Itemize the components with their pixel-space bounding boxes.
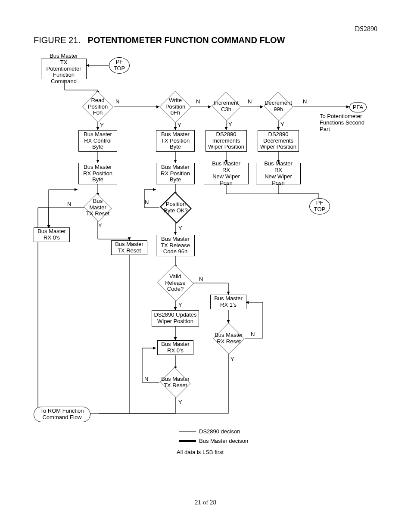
process-ds2890-updates-wiper: DS2890 UpdatesWiper Position	[152, 310, 199, 327]
process-tx-release-code: Bus MasterTX ReleaseCode 96h	[156, 235, 195, 256]
page-number: 21 of 28	[0, 499, 411, 506]
decision-tx-reset-a: Bus MasterTX Reset	[83, 194, 113, 221]
figure-caption: POTENTIOMETER FUNCTION COMMAND FLOW	[88, 35, 285, 45]
process-ds2890-decrements: DS2890DecrementsWiper Position	[258, 130, 299, 152]
label-n: N	[115, 98, 119, 105]
process-rx-control-byte: Bus MasterRX ControlByte	[78, 130, 117, 152]
terminal-pf-top-in: PFTOP	[109, 57, 130, 74]
label-n: N	[67, 201, 71, 207]
label-y: Y	[230, 356, 234, 362]
label-y: Y	[178, 302, 182, 308]
label-n: N	[144, 376, 148, 382]
label-n: N	[196, 98, 200, 105]
process-tx-reset-b: Bus MasterTX Reset	[111, 240, 147, 255]
process-ds2890-increments: DS2890IncrementsWiper Position	[206, 130, 247, 152]
terminal-pf-top-out: PFTOP	[309, 198, 330, 215]
label-n: N	[199, 276, 203, 282]
device-id: DS2890	[355, 25, 377, 33]
label-y: Y	[228, 121, 232, 128]
decision-decrement: Decrement99h	[263, 92, 293, 121]
label-n: N	[145, 199, 149, 205]
label-y: Y	[280, 121, 284, 128]
label-pfa-note: To PotentiometerFunctions Second Part	[320, 113, 371, 132]
decision-tx-reset-c: Bus MasterTX Reset	[159, 368, 191, 397]
label-n: N	[248, 98, 252, 105]
label-y: Y	[178, 399, 182, 405]
process-tx-position-byte: Bus MasterTX PositionByte	[156, 130, 195, 152]
legend-thick: Bus Master decison	[199, 438, 248, 444]
decision-rx-reset: Bus MasterRX Reset	[213, 323, 245, 354]
process-tx-function-command: Bus MasterTX PotentiometerFunction Comma…	[41, 59, 87, 79]
process-rx-ones: Bus MasterRX 1's	[210, 295, 246, 309]
figure-title: FIGURE 21. POTENTIOMETER FUNCTION COMMAN…	[34, 35, 285, 45]
terminal-pfa: PFA	[349, 102, 367, 112]
label-y: Y	[98, 222, 102, 229]
label-y: Y	[178, 225, 182, 231]
process-rx-position-byte-a: Bus MasterRX PositionByte	[78, 163, 117, 184]
decision-read-position: ReadPositionF0h	[82, 91, 114, 122]
label-n: N	[303, 98, 307, 105]
decision-increment: IncrementC3h	[211, 92, 241, 121]
label-y: Y	[177, 122, 181, 128]
process-rx-position-byte-b: Bus MasterRX PositionByte	[156, 163, 195, 184]
legend-thin: DS2890 decison	[199, 428, 240, 435]
process-rx-new-wiper-a: Bus MasterRXNew Wiper Posn	[204, 163, 249, 184]
legend-note: All data is LSB first	[177, 449, 224, 455]
terminal-to-rom-function: To ROM FunctionCommand Flow	[34, 407, 90, 422]
process-rx-new-wiper-b: Bus MasterRXNew Wiper Posn	[256, 163, 301, 184]
label-n: N	[251, 331, 255, 337]
decision-write-position: WritePosition0Fh	[159, 91, 191, 122]
decision-position-byte-ok: PositionByte OK?	[159, 193, 193, 223]
process-rx-zeros-a: Bus MasterRX 0's	[34, 227, 70, 242]
decision-valid-release-code: ValidRelease Code?	[156, 265, 194, 301]
label-y: Y	[100, 122, 104, 128]
page: DS2890 FIGURE 21. POTENTIOMETER FUNCTION…	[0, 0, 411, 532]
process-rx-zeros-b: Bus MasterRX 0's	[157, 340, 193, 355]
figure-number: FIGURE 21.	[34, 35, 81, 45]
